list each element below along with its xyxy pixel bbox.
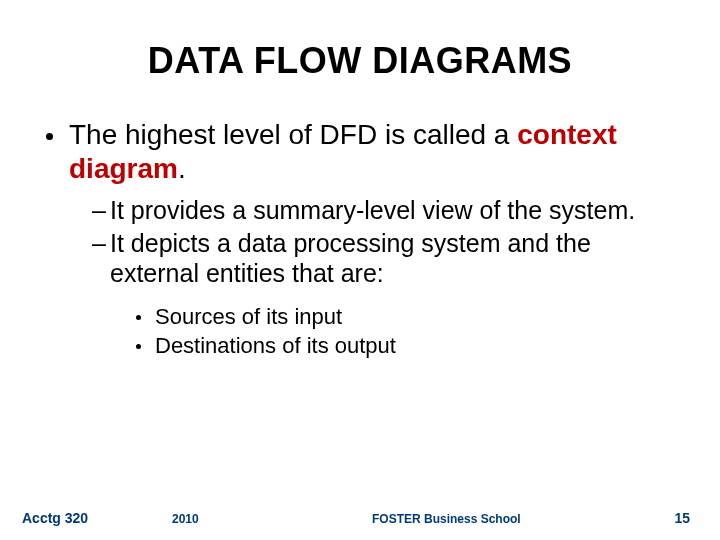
bullet-level2-item: –It depicts a data processing system and… [92, 228, 680, 289]
footer-page: 15 [650, 510, 690, 526]
bullet-level3-item: Destinations of its output [136, 332, 680, 360]
bullet1-post: . [178, 153, 186, 184]
slide: DATA FLOW DIAGRAMS The highest level of … [0, 0, 720, 540]
bullet-dot-small-icon [136, 315, 141, 320]
bullet-level3-text: Sources of its input [155, 303, 342, 331]
slide-footer: Acctg 320 2010 FOSTER Business School 15 [0, 510, 720, 526]
footer-year: 2010 [172, 512, 352, 526]
dash-icon: – [92, 228, 110, 259]
bullet-level3-item: Sources of its input [136, 303, 680, 331]
bullet-level2-group: –It provides a summary-level view of the… [92, 195, 680, 289]
bullet-level2-item: –It provides a summary-level view of the… [92, 195, 680, 226]
bullet-level1-text: The highest level of DFD is called a con… [69, 118, 680, 185]
bullet-level3-text: Destinations of its output [155, 332, 396, 360]
footer-school: FOSTER Business School [352, 512, 650, 526]
bullet-level1: The highest level of DFD is called a con… [40, 118, 680, 185]
dash-icon: – [92, 195, 110, 226]
slide-title: DATA FLOW DIAGRAMS [40, 40, 680, 82]
bullet1-pre: The highest level of DFD is called a [69, 119, 517, 150]
bullet-level2-text: It provides a summary-level view of the … [110, 195, 670, 226]
bullet-level3-group: Sources of its input Destinations of its… [136, 303, 680, 360]
bullet-level2-text: It depicts a data processing system and … [110, 228, 670, 289]
bullet-dot-icon [46, 133, 53, 140]
footer-course: Acctg 320 [22, 510, 172, 526]
bullet-dot-small-icon [136, 344, 141, 349]
